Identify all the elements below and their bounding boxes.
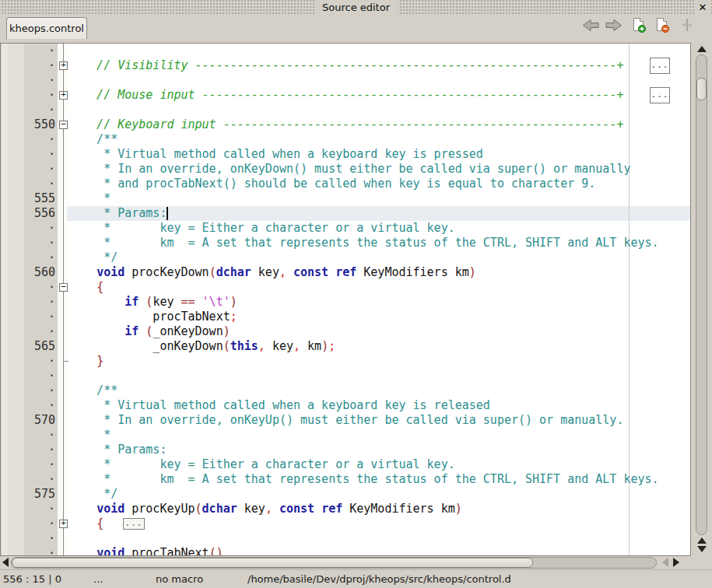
code-token: '\t' <box>202 295 230 309</box>
line-number: · <box>2 546 55 555</box>
new-document-icon <box>631 17 647 37</box>
line-number: · <box>2 428 55 443</box>
code-token: ; <box>230 310 237 324</box>
code-token: * km = A set that represents the status … <box>68 236 659 250</box>
horizontal-scroll-thumb[interactable] <box>12 558 533 568</box>
tab-kheops-control[interactable]: kheops.control <box>6 17 87 39</box>
code-editor[interactable]: ·····550····555556···560····565····570··… <box>2 44 690 555</box>
code-token: * Params: <box>68 443 167 457</box>
code-line: // Visibility --------------------------… <box>68 58 623 73</box>
code-token: procTabNext <box>125 546 209 555</box>
vertical-scroll-track[interactable] <box>696 54 707 535</box>
code-token: * and procTabNext() should be called whe… <box>68 177 595 191</box>
line-number: · <box>2 44 55 58</box>
line-number: 570 <box>2 413 55 428</box>
scroll-up-icon[interactable] <box>697 46 707 52</box>
line-number: · <box>2 221 55 236</box>
toolbar <box>581 17 706 37</box>
line-number: 556 <box>2 206 55 221</box>
code-token: , <box>265 502 272 516</box>
remove-document-icon <box>654 17 670 37</box>
code-token <box>286 265 293 279</box>
folded-code-ellipsis-box[interactable]: ... <box>650 87 670 103</box>
code-line: * key = Either a character or a virtual … <box>68 457 455 472</box>
scroll-right-icon[interactable] <box>673 558 679 567</box>
forward-arrow-button[interactable] <box>605 17 623 36</box>
fold-collapse-icon[interactable]: − <box>59 121 68 129</box>
fold-end-tick <box>63 361 68 362</box>
tab-bar: kheops.control <box>0 16 712 43</box>
code-token: , <box>279 265 286 279</box>
line-number: · <box>2 516 55 531</box>
scroll-up-secondary-icon[interactable] <box>697 537 707 544</box>
split-view-icon <box>680 18 694 35</box>
back-arrow-button[interactable] <box>581 17 600 36</box>
code-token: ) <box>455 502 462 516</box>
folded-body-ellipsis-box[interactable]: ... <box>123 518 145 530</box>
code-token: * Virtual method called when a keyboard … <box>68 147 483 161</box>
line-number: · <box>2 295 55 310</box>
code-line: { <box>68 516 103 531</box>
folded-code-ellipsis-box[interactable]: ... <box>650 58 670 74</box>
code-token: key <box>153 295 181 309</box>
split-view-button[interactable] <box>678 17 696 36</box>
code-token: if <box>125 295 139 309</box>
code-token: * key = Either a character or a virtual … <box>68 457 455 471</box>
line-number: 555 <box>2 191 55 206</box>
code-line: * Virtual method called when a keyboard … <box>68 398 490 413</box>
macro-status: no macro <box>156 570 203 588</box>
line-number: · <box>2 531 55 546</box>
code-token: ( <box>223 339 230 353</box>
code-line: procTabNext; <box>68 310 237 324</box>
file-path: /home/basile/Dev/dproj/kheops/src/kheops… <box>247 570 511 588</box>
code-token: ----------------------------------------… <box>202 88 617 102</box>
fold-expand-icon[interactable]: + <box>59 61 68 70</box>
code-line: /** <box>68 132 117 147</box>
code-line: if (_onKeyDown) <box>68 324 230 339</box>
tab-label: kheops.control <box>9 23 84 34</box>
code-line: * km = A set that represents the status … <box>68 472 659 487</box>
code-token: + <box>616 117 623 131</box>
text-caret <box>167 207 168 220</box>
fold-collapse-icon[interactable]: − <box>59 283 68 292</box>
fold-expand-icon[interactable]: + <box>59 91 68 100</box>
code-token: ( <box>195 502 202 516</box>
status-bar: 556 : 15 | 0 ... no macro /home/basile/D… <box>0 569 712 588</box>
code-token: const <box>293 265 328 279</box>
code-token: * In an override, onKeyDown() must eithe… <box>68 162 630 176</box>
close-button[interactable]: ✕ <box>696 0 710 16</box>
line-number: 565 <box>2 339 55 354</box>
code-token: key <box>265 339 293 353</box>
code-token: void <box>96 546 125 555</box>
code-token: } <box>96 354 103 368</box>
code-token: /** <box>68 383 117 397</box>
code-token: _onKeyDown <box>153 324 223 338</box>
code-token <box>68 502 96 516</box>
code-line: * and procTabNext() should be called whe… <box>68 177 595 191</box>
code-line: * <box>68 191 110 206</box>
line-number: · <box>2 324 55 339</box>
scroll-left-secondary-icon[interactable] <box>662 558 668 567</box>
titlebar[interactable]: Source editor ✕ <box>0 0 712 16</box>
code-token: , <box>293 339 300 353</box>
remove-document-button[interactable] <box>653 17 672 36</box>
code-token <box>68 546 96 555</box>
vertical-scroll-thumb[interactable] <box>696 78 707 100</box>
scroll-left-icon[interactable] <box>2 558 9 567</box>
line-number: · <box>2 443 55 457</box>
code-token: // Visibility <box>68 58 195 72</box>
new-document-button[interactable] <box>630 17 648 36</box>
line-number: · <box>2 502 55 516</box>
code-line: { <box>68 280 103 295</box>
code-token: */ <box>68 250 117 264</box>
code-token <box>139 295 146 309</box>
line-number: · <box>2 162 55 177</box>
window-title: Source editor <box>314 0 398 16</box>
code-token: _onKeyDown <box>68 339 223 353</box>
line-number: 560 <box>2 265 55 280</box>
fold-expand-icon[interactable]: + <box>59 520 68 528</box>
line-number: · <box>2 103 55 117</box>
scroll-down-icon[interactable] <box>697 546 707 552</box>
code-line: * Params: <box>68 206 167 221</box>
code-token: if <box>125 324 139 338</box>
